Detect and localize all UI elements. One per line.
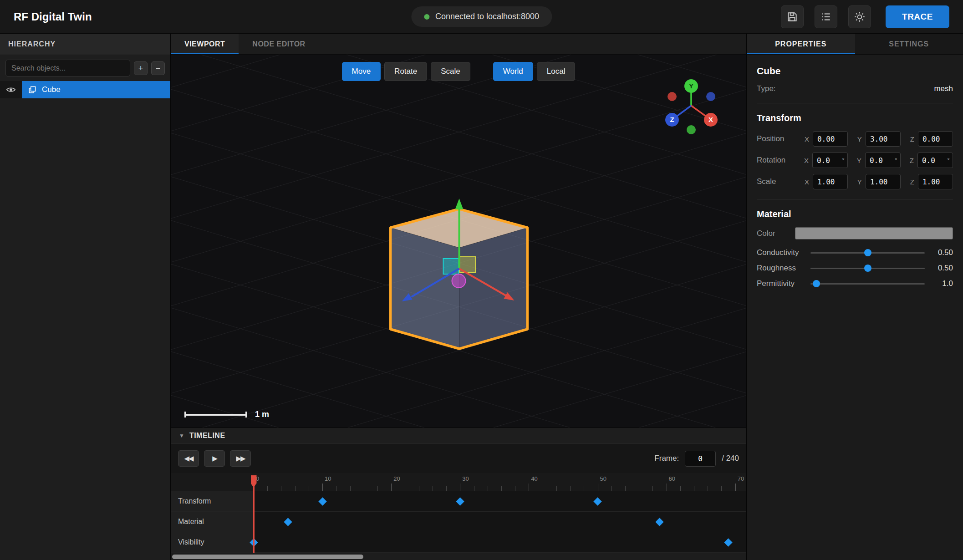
add-object-button[interactable]: + [134, 61, 148, 75]
rotation-x-input[interactable] [812, 153, 839, 168]
scrollbar-thumb[interactable] [172, 555, 363, 559]
keyframe-diamond[interactable] [456, 497, 464, 505]
position-y-input[interactable] [866, 131, 901, 147]
hierarchy-header: HIERARCHY [0, 34, 170, 55]
timeline-track-visibility[interactable]: Visibility [171, 532, 746, 553]
roughness-label: Roughness [757, 264, 804, 273]
rewind-button[interactable]: ◀◀ [178, 450, 199, 467]
rotation-label: Rotation [757, 156, 795, 165]
brightness-button[interactable] [848, 5, 871, 28]
brightness-icon [854, 11, 866, 23]
search-input[interactable] [5, 60, 130, 76]
rotation-z-input[interactable] [917, 153, 944, 168]
position-x-input[interactable] [813, 131, 848, 147]
frame-label: Frame: [654, 454, 679, 463]
ruler-tick-label: 60 [669, 475, 675, 482]
ruler-tick [529, 484, 529, 491]
keyframe-diamond[interactable] [724, 538, 732, 546]
list-button[interactable] [815, 5, 837, 28]
remove-object-button[interactable]: − [151, 61, 165, 75]
world-space-button[interactable]: World [493, 62, 533, 81]
axis-z-label: Z [910, 178, 914, 186]
permittivity-slider[interactable] [810, 280, 925, 287]
axis-z-label: Z [670, 116, 674, 123]
gizmo-center-handle[interactable] [452, 274, 466, 288]
rotation-y-input[interactable] [865, 153, 892, 168]
axis-x-label: X [804, 157, 809, 164]
ruler-tick [419, 486, 419, 491]
rotate-tool-button[interactable]: Rotate [384, 62, 427, 81]
ruler-tick [694, 486, 694, 491]
keyframe-diamond[interactable] [318, 497, 326, 505]
track-label: Transform [171, 491, 254, 511]
permittivity-label: Permittivity [757, 279, 804, 288]
scale-label: Scale [757, 177, 795, 186]
slider-thumb[interactable] [864, 249, 871, 256]
position-z-input[interactable] [918, 131, 953, 147]
axis-x-label: X [805, 178, 809, 186]
color-label: Color [757, 229, 795, 238]
properties-tabs: PROPERTIES SETTINGS [747, 34, 963, 55]
collapse-chevron-icon[interactable]: ▼ [179, 433, 184, 439]
viewport-3d[interactable]: Move Rotate Scale World Local [171, 55, 746, 428]
tab-viewport[interactable]: VIEWPORT [171, 34, 239, 54]
timeline-track-material[interactable]: Material [171, 512, 746, 532]
app-title: RF Digital Twin [14, 10, 92, 23]
playhead-line[interactable] [253, 477, 255, 553]
ruler-tick [570, 486, 571, 491]
frame-number-input[interactable] [685, 451, 716, 467]
scale-tool-button[interactable]: Scale [431, 62, 470, 81]
ruler-tick [611, 486, 612, 491]
hierarchy-item-cube[interactable]: Cube [0, 81, 170, 98]
position-z-group: Z [910, 131, 953, 147]
track-label: Material [171, 512, 254, 532]
position-x-group: X [805, 131, 848, 147]
scale-y-input[interactable] [866, 174, 901, 189]
roughness-row: Roughness 0.50 [757, 264, 953, 273]
keyframe-diamond[interactable] [284, 518, 292, 526]
ruler-tick [364, 486, 364, 491]
conductivity-slider[interactable] [810, 249, 925, 256]
timeline-header[interactable]: ▼ TIMELINE [171, 428, 746, 444]
type-label: Type: [757, 84, 776, 93]
gizmo-plane-handle-cyan[interactable] [443, 259, 459, 274]
axis-orientation-gizmo[interactable]: Y X Z [650, 65, 732, 147]
tab-node-editor[interactable]: NODE EDITOR [239, 34, 319, 54]
hierarchy-item-label: Cube [42, 85, 61, 94]
tab-settings[interactable]: SETTINGS [855, 34, 963, 54]
main-tabs: VIEWPORT NODE EDITOR [171, 34, 746, 55]
trace-button[interactable]: TRACE [886, 5, 949, 28]
roughness-slider[interactable] [810, 265, 925, 272]
timeline-scrollbar[interactable] [171, 553, 746, 560]
play-button[interactable]: ▶ [204, 450, 225, 467]
axis-neg-z-ball[interactable] [706, 92, 715, 101]
visibility-toggle[interactable] [0, 81, 22, 98]
timeline-ruler[interactable]: 010203040506070 [171, 473, 746, 491]
material-color-swatch[interactable] [795, 227, 953, 239]
ruler-tick [474, 486, 474, 491]
save-button[interactable] [781, 5, 804, 28]
fast-forward-button[interactable]: ▶▶ [230, 450, 251, 467]
tab-properties[interactable]: PROPERTIES [747, 34, 855, 54]
ruler-tick [501, 486, 502, 491]
scale-x-input[interactable] [813, 174, 848, 189]
scale-bar-label: 1 m [255, 410, 269, 419]
slider-thumb[interactable] [813, 280, 820, 287]
axis-neg-y-ball[interactable] [687, 125, 696, 134]
ruler-tick [267, 486, 268, 491]
local-space-button[interactable]: Local [537, 62, 576, 81]
axis-y-label: Y [857, 157, 861, 164]
ruler-tick [281, 486, 281, 491]
scale-z-input[interactable] [918, 174, 953, 189]
slider-thumb[interactable] [864, 265, 871, 272]
keyframe-diamond[interactable] [655, 518, 663, 526]
keyframe-diamond[interactable] [593, 497, 601, 505]
ruler-tick [377, 486, 378, 491]
timeline-track-transform[interactable]: Transform [171, 491, 746, 512]
move-tool-button[interactable]: Move [342, 62, 381, 81]
scale-bar: 1 m [184, 410, 269, 419]
ruler-tick [680, 486, 681, 491]
axis-y-label: Y [857, 178, 862, 186]
axis-neg-x-ball[interactable] [667, 92, 677, 101]
ruler-tick [433, 486, 433, 491]
